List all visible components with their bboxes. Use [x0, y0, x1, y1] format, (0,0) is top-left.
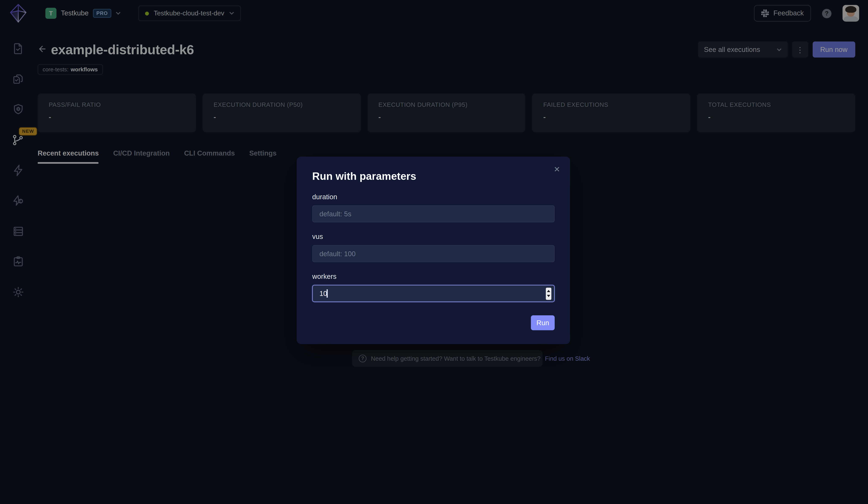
modal-title: Run with parameters	[312, 170, 555, 182]
field-vus: vus	[312, 233, 555, 262]
field-input-wrap	[312, 205, 555, 222]
field-duration: duration	[312, 193, 555, 222]
modal-actions: Run	[531, 315, 555, 330]
field-label: workers	[312, 273, 555, 281]
duration-input[interactable]	[312, 205, 555, 222]
field-input-wrap	[312, 285, 555, 302]
vus-input[interactable]	[312, 245, 555, 262]
spinner-up-icon[interactable]	[547, 290, 550, 292]
field-workers: workers	[312, 273, 555, 302]
run-button[interactable]: Run	[531, 315, 555, 330]
app-viewport: T Testkube PRO Testkube-cloud-test-dev F…	[0, 0, 868, 504]
run-with-parameters-modal: ✕ Run with parameters duration vus worke…	[297, 157, 570, 344]
text-cursor	[327, 290, 327, 297]
spinner-down-icon[interactable]	[547, 295, 550, 297]
close-icon[interactable]: ✕	[551, 163, 562, 175]
field-input-wrap	[312, 245, 555, 262]
field-label: vus	[312, 233, 555, 241]
number-spinner[interactable]	[546, 287, 551, 300]
workers-input[interactable]	[312, 285, 555, 302]
field-label: duration	[312, 193, 555, 201]
